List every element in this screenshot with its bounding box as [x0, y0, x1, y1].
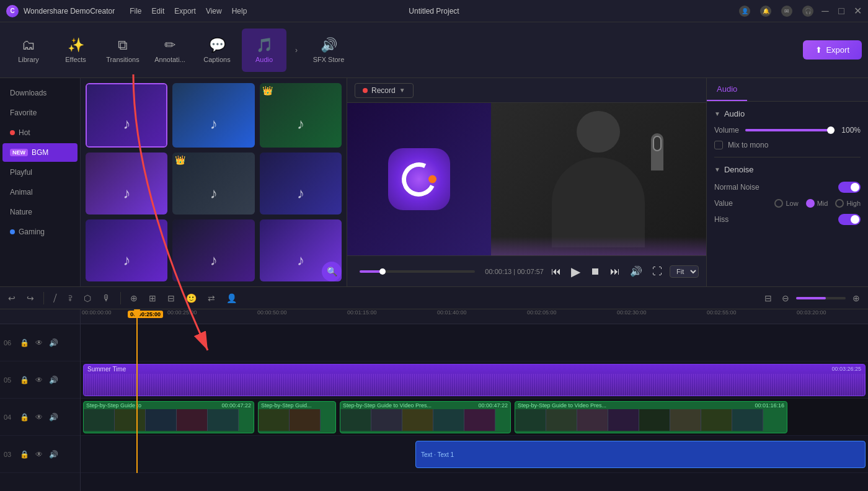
headset-icon[interactable]: 🎧 [802, 6, 813, 17]
tl-emoji[interactable]: 🙂 [183, 291, 200, 305]
toolbar-sfxstore[interactable]: 🔊 SFX Store [306, 29, 351, 72]
fullscreen-button[interactable]: ⛶ [650, 263, 665, 280]
tracks-area[interactable]: 00:00:00:00 00:00:25:00 00:00:50:00 00:0… [81, 309, 868, 491]
track-audio-06[interactable]: 🔊 [48, 337, 60, 348]
toolbar-library[interactable]: 🗂 Library [6, 29, 51, 72]
zoom-add-button[interactable]: ⊕ [849, 291, 863, 305]
audio-clip-summer-time[interactable]: Summer Time 00:03:26:25 [83, 364, 866, 396]
radio-mid[interactable]: Mid [806, 199, 828, 208]
music-card-6[interactable]: ♪ A Story [260, 153, 342, 215]
export-button[interactable]: ⬆ Export [803, 40, 862, 60]
menu-file[interactable]: File [130, 7, 141, 15]
volume-thumb[interactable] [827, 126, 835, 134]
menu-view[interactable]: View [206, 7, 222, 15]
zoom-out-button[interactable]: ⊖ [779, 291, 792, 305]
mask-button[interactable]: ⬡ [81, 291, 94, 305]
zoom-slider[interactable] [796, 297, 846, 299]
ripple-button[interactable]: ⫀ [65, 291, 76, 305]
track-lock-04[interactable]: 🔒 [19, 412, 30, 423]
hiss-toggle[interactable] [838, 214, 861, 225]
music-note-6: ♪ [297, 185, 304, 202]
zoom-fit-button[interactable]: ⊟ [761, 291, 775, 305]
track-audio-05[interactable]: 🔊 [48, 374, 60, 386]
track-lock-06[interactable]: 🔒 [19, 337, 30, 348]
music-card-2[interactable]: ♪ Warm The Heart-Al... [172, 83, 254, 148]
audio-button[interactable]: 🎙 [99, 291, 114, 305]
undo-button[interactable]: ↩ [5, 291, 19, 305]
cat-hot[interactable]: Hot [2, 123, 78, 142]
music-thumb-1: ♪ [87, 84, 166, 148]
radio-high[interactable]: High [835, 199, 861, 208]
toolbar-more[interactable]: › [289, 29, 304, 72]
audio-section-header[interactable]: ▼ Audio [714, 109, 861, 118]
radio-low[interactable]: Low [774, 199, 798, 208]
denoise-section-header[interactable]: ▼ Denoise [714, 165, 861, 174]
music-card-3[interactable]: 👑 ♪ Begin Again [260, 83, 342, 148]
tl-extra1[interactable]: ⊞ [146, 291, 159, 305]
toolbar-annotations[interactable]: ✏ Annotati... [148, 29, 192, 72]
search-button[interactable]: 🔍 [322, 262, 342, 281]
progress-bar[interactable] [360, 270, 475, 273]
track-eye-05[interactable]: 👁 [34, 374, 44, 386]
track-lock-05[interactable]: 🔒 [19, 374, 30, 386]
track-eye-04[interactable]: 👁 [34, 412, 44, 423]
zoom-in-tl[interactable]: ⊕ [127, 291, 141, 305]
notification-icon[interactable]: 🔔 [760, 6, 771, 17]
track-eye-03[interactable]: 👁 [34, 449, 44, 460]
radio-mid-dot[interactable] [806, 199, 815, 208]
cat-nature[interactable]: Nature [2, 203, 78, 221]
track-lock-03[interactable]: 🔒 [19, 449, 30, 460]
music-card-7[interactable]: ♪ Introduction Of Sh... [86, 219, 167, 281]
split-button[interactable]: ⧸ [50, 291, 60, 305]
video-clip-3[interactable]: Step-by-Step Guide to Video Pres... 00:0… [340, 401, 511, 433]
minimize-button[interactable]: ─ [821, 7, 830, 15]
skip-forward-button[interactable]: ⏭ [608, 263, 622, 280]
cat-downloads[interactable]: Downloads [2, 84, 78, 102]
toolbar-audio[interactable]: 🎵 Audio [242, 29, 286, 72]
music-card-8[interactable]: ♪ Little Maps [172, 219, 254, 281]
track-audio-04[interactable]: 🔊 [48, 412, 60, 423]
toolbar-effects[interactable]: ✨ Effects [53, 29, 98, 72]
skip-back-button[interactable]: ⏮ [549, 263, 564, 280]
mix-to-mono-checkbox[interactable] [714, 141, 723, 149]
tl-extra2[interactable]: ⊟ [164, 291, 178, 305]
menu-export[interactable]: Export [174, 7, 196, 15]
tl-divider-2 [120, 292, 121, 304]
play-button[interactable]: ▶ [569, 262, 583, 281]
cat-gaming[interactable]: Gaming [2, 223, 78, 241]
tab-audio[interactable]: Audio [707, 78, 747, 101]
cat-favorite[interactable]: Favorite [2, 104, 78, 122]
tl-person[interactable]: 👤 [223, 291, 240, 305]
tl-extra3[interactable]: ⇄ [205, 291, 218, 305]
record-button[interactable]: Record ▼ [355, 83, 414, 98]
volume-button[interactable]: 🔊 [627, 263, 645, 280]
music-card-4[interactable]: ♪ Walking on the Rai... [86, 153, 167, 215]
cat-animal[interactable]: Animal [2, 183, 78, 201]
user-icon[interactable]: 👤 [739, 6, 750, 17]
maximize-button[interactable]: □ [837, 7, 846, 15]
menu-edit[interactable]: Edit [152, 7, 165, 15]
text-clip[interactable]: Text · Text 1 [415, 441, 866, 468]
radio-high-dot[interactable] [835, 199, 844, 208]
video-clip-1[interactable]: Step-by-Step Guide to 00:00:47:22 [83, 401, 254, 433]
video-clip-4[interactable]: Step-by-Step Guide to Video Pres... 00:0… [515, 401, 787, 433]
radio-low-dot[interactable] [774, 199, 783, 208]
fit-select[interactable]: Fit [670, 265, 699, 278]
cat-bgm[interactable]: NEW BGM [2, 143, 78, 162]
mail-icon[interactable]: ✉ [781, 6, 792, 17]
toolbar-transitions[interactable]: ⧉ Transitions [100, 29, 145, 72]
stop-button[interactable]: ⏹ [588, 263, 603, 280]
menu-help[interactable]: Help [232, 7, 247, 15]
video-clip-2[interactable]: Step-by-Step Guid... [258, 401, 336, 433]
toolbar-captions[interactable]: 💬 Captions [195, 29, 239, 72]
music-card-1[interactable]: ♪ Summer Time [86, 83, 167, 148]
cat-playful[interactable]: Playful [2, 163, 78, 182]
close-button[interactable]: ✕ [853, 7, 862, 15]
volume-slider[interactable] [745, 129, 835, 131]
track-audio-03[interactable]: 🔊 [48, 449, 60, 460]
track-eye-06[interactable]: 👁 [34, 337, 44, 348]
music-card-5[interactable]: 👑 ♪ Above a Cloud [172, 153, 254, 215]
normal-noise-toggle[interactable] [838, 182, 861, 193]
redo-button[interactable]: ↪ [24, 291, 37, 305]
record-label: Record [371, 86, 396, 95]
